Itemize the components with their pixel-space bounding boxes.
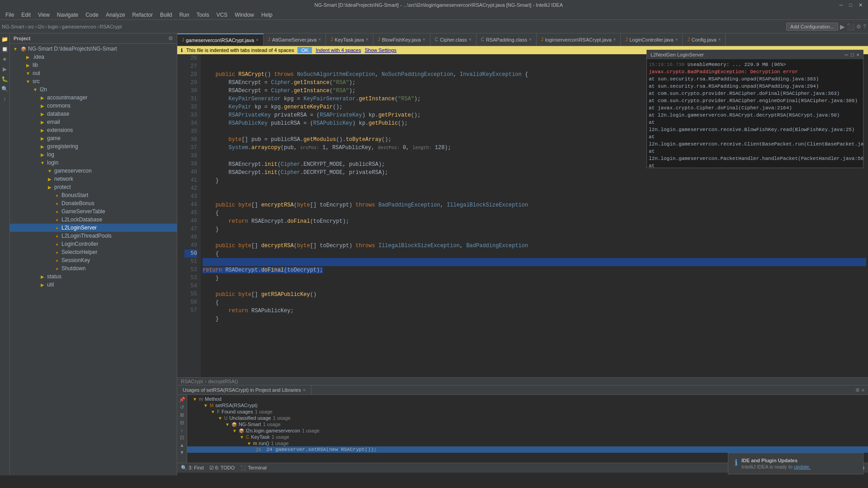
settings-button[interactable]: ⚙ — [856, 23, 861, 30]
tree-item-logincontroller[interactable]: ● LoginController — [10, 240, 177, 248]
find-refresh-icon[interactable]: ↺ — [180, 404, 184, 410]
tree-item-donatebonus[interactable]: ● DonateBonus — [10, 199, 177, 207]
breadcrumb-rsacrypt-file[interactable]: RSACrypt — [181, 379, 203, 384]
tree-item-log[interactable]: ▶ log — [10, 150, 177, 159]
find-settings-icon[interactable]: ⚙ — [855, 387, 860, 393]
breadcrumb-ngmart[interactable]: NG-Smart — [2, 24, 24, 29]
menu-code[interactable]: Code — [82, 11, 102, 19]
help-button[interactable]: ? — [863, 23, 866, 30]
tree-item-util[interactable]: ▶ util — [10, 281, 177, 289]
find-expand-icon[interactable]: ⊞ — [180, 412, 184, 418]
find-setrsa-item[interactable]: ▼ M setRSA(RSACrypt) — [187, 402, 868, 408]
debug-button[interactable]: ⬛ — [847, 23, 854, 30]
tree-item-sessionkey[interactable]: ● SessionKey — [10, 256, 177, 264]
tree-item-extensions[interactable]: ▶ extensions — [10, 126, 177, 134]
find-close-icon[interactable]: × — [303, 387, 306, 393]
tab-attgameserver[interactable]: J AttGameServer.java × — [264, 33, 326, 46]
menu-edit[interactable]: Edit — [18, 11, 34, 19]
debug-icon[interactable]: 🐛 — [1, 75, 9, 83]
notification-update-link[interactable]: update. — [794, 464, 811, 469]
tab-close-cipher[interactable]: × — [469, 37, 472, 42]
tree-item-login[interactable]: ▼ login — [10, 159, 177, 167]
favorites-icon[interactable]: ★ — [1, 55, 9, 63]
find-unclassified-item[interactable]: ▼ U Unclassified usage 1 usage — [187, 415, 868, 421]
indent-link[interactable]: Indent with 4 spaces — [316, 47, 361, 53]
find-next-icon[interactable]: ▼ — [179, 450, 184, 455]
breadcrumb-decryprsa[interactable]: decryptRSA() — [208, 379, 238, 384]
tree-item-commons[interactable]: ▶ commons — [10, 102, 177, 110]
todo-tab-button[interactable]: ☑ 6: TODO — [209, 465, 235, 471]
tab-close-config[interactable]: × — [718, 37, 721, 42]
tab-rsapadding[interactable]: C RSAPadding.class × — [476, 33, 537, 46]
find-found-usages[interactable]: ▼ F Found usages 1 usage — [187, 408, 868, 415]
run-button[interactable]: ▶ — [840, 23, 845, 30]
tab-close-attgameserver[interactable]: × — [318, 37, 321, 42]
tree-item-protect[interactable]: ▶ protect — [10, 183, 177, 191]
structure-icon[interactable]: 🔲 — [1, 45, 9, 53]
find-l2n-item[interactable]: ▼ 📦 l2n.login.gameservercon 1 usage — [187, 427, 868, 434]
menu-vcs[interactable]: VCS — [213, 11, 231, 19]
find-pin-icon[interactable]: 📌 — [179, 397, 185, 403]
project-icon[interactable]: 📁 — [1, 35, 9, 43]
tree-item-l2loginserver[interactable]: ● L2LoginServer — [10, 224, 177, 232]
menu-run[interactable]: Run — [176, 11, 193, 19]
tree-item-lib[interactable]: ▶ lib — [10, 61, 177, 69]
tab-close-loginrsacrypt[interactable]: × — [613, 37, 616, 42]
menu-file[interactable]: File — [2, 11, 18, 19]
tree-item-gsregistering[interactable]: ▶ gsregistering — [10, 142, 177, 150]
tab-blowfishkey[interactable]: J BlowFishKey.java × — [373, 33, 430, 46]
console-minimize-icon[interactable]: ─ — [844, 52, 848, 57]
changes-icon[interactable]: ↕ — [1, 95, 9, 103]
window-controls[interactable]: ─ □ ✕ — [838, 2, 864, 8]
tab-logincontroller[interactable]: J LoginController.java × — [621, 33, 683, 46]
console-close-icon[interactable]: × — [857, 52, 859, 57]
tree-item-src[interactable]: ▼ src — [10, 77, 177, 85]
tree-item-bonusstart[interactable]: ● BonusStart — [10, 191, 177, 199]
tree-item-ngmart[interactable]: ▼ 📦 NG-Smart D:\IdeaProjects\NG-Smart — [10, 45, 177, 53]
tree-item-status[interactable]: ▶ status — [10, 272, 177, 281]
find-filter-icon[interactable]: ⊡ — [180, 435, 184, 441]
tree-item-email[interactable]: ▶ email — [10, 118, 177, 126]
tree-item-shutdown[interactable]: ● Shutdown — [10, 264, 177, 272]
breadcrumb-l2n[interactable]: l2n — [38, 24, 45, 29]
menu-help[interactable]: Help — [258, 11, 276, 19]
find-tab-button[interactable]: 🔍 3: Find — [181, 465, 204, 471]
breadcrumb-src[interactable]: src — [28, 24, 34, 29]
tree-item-network[interactable]: ▶ network — [10, 175, 177, 183]
tree-item-out[interactable]: ▼ out — [10, 69, 177, 77]
sidebar-settings-icon[interactable]: ⚙ — [168, 35, 173, 42]
tab-close-keytask[interactable]: × — [366, 37, 368, 42]
find-code-line[interactable]: 24 24 gameserver.setRSA(new RSACrypt()); — [187, 446, 868, 453]
breadcrumb-gameservercon[interactable]: gameservercon — [62, 24, 96, 29]
menu-window[interactable]: Window — [231, 11, 258, 19]
add-configuration-button[interactable]: Add Configuration... — [786, 23, 838, 31]
find-method-item[interactable]: ▼ m Method — [187, 396, 868, 402]
find-options-icon[interactable]: ≡ — [862, 387, 864, 393]
tab-loginservercon-rsacrypt[interactable]: J loginservercon\RSACrypt.java × — [537, 33, 621, 46]
console-controls[interactable]: ─ □ × — [844, 52, 859, 57]
tab-close-rsapadding[interactable]: × — [529, 37, 532, 42]
tree-item-gameservertable[interactable]: ● GameServerTable — [10, 207, 177, 216]
tab-close-blowfishkey[interactable]: × — [423, 37, 425, 42]
menu-analyze[interactable]: Analyze — [102, 11, 129, 19]
breadcrumb-rsacrypt[interactable]: RSACrypt — [99, 24, 122, 29]
find-prev-icon[interactable]: ▲ — [179, 442, 184, 448]
tree-item-accountmanager[interactable]: ▶ accountmanager — [10, 94, 177, 102]
menu-refactor[interactable]: Refactor — [129, 11, 156, 19]
tab-config[interactable]: J Config.java × — [683, 33, 726, 46]
tree-item-game[interactable]: ▶ game — [10, 134, 177, 142]
tab-close-rsacrypt[interactable]: × — [256, 38, 259, 42]
bottom-tab-find[interactable]: Usages of setRSA(RSACrypt) in Project an… — [177, 385, 311, 394]
minimize-button[interactable]: ─ — [838, 2, 845, 8]
close-button[interactable]: ✕ — [857, 2, 864, 8]
terminal-tab-button[interactable]: ⬛ Terminal — [240, 465, 266, 471]
tree-item-idea[interactable]: ▶ .idea — [10, 53, 177, 61]
find-run-item[interactable]: ▼ m run() 1 usage — [187, 440, 868, 446]
tree-item-l2loginthreadpools[interactable]: ● L2LoginThreadPools — [10, 232, 177, 240]
menu-tools[interactable]: Tools — [193, 11, 213, 19]
find-ngmart-item[interactable]: ▼ 📦 NG-Smart 1 usage — [187, 421, 868, 427]
console-maximize-icon[interactable]: □ — [851, 52, 854, 57]
tree-item-selectorhelper[interactable]: ● SelectorHelper — [10, 248, 177, 256]
maximize-button[interactable]: □ — [847, 2, 854, 8]
tree-item-l2n[interactable]: ▼ l2n — [10, 85, 177, 94]
